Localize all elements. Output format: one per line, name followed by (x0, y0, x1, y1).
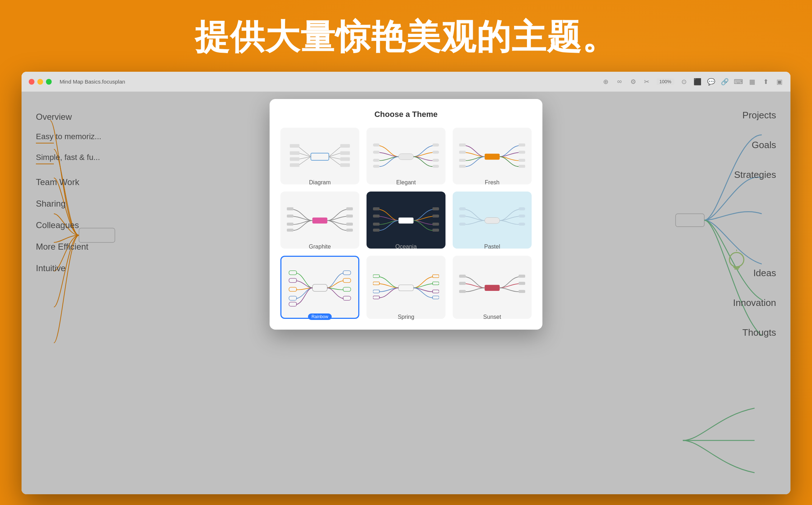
svg-rect-47 (346, 229, 353, 232)
theme-card-rainbow[interactable]: Rainbow (280, 256, 359, 319)
fresh-preview (459, 134, 525, 178)
svg-rect-63 (519, 223, 525, 226)
svg-rect-50 (373, 214, 379, 217)
svg-rect-68 (289, 296, 297, 300)
svg-rect-21 (398, 154, 414, 160)
svg-rect-58 (459, 207, 466, 210)
node-icon[interactable]: ⚙ (629, 78, 637, 86)
svg-rect-43 (287, 229, 293, 232)
theme-label-pastel: Pastel (459, 244, 525, 250)
svg-rect-82 (433, 296, 439, 299)
svg-rect-78 (373, 296, 379, 299)
pastel-preview (459, 198, 525, 242)
svg-rect-16 (340, 151, 350, 155)
svg-rect-12 (290, 163, 299, 167)
minimize-button[interactable] (37, 79, 43, 85)
theme-card-fresh[interactable]: Fresh (453, 128, 532, 184)
svg-rect-45 (346, 214, 353, 217)
svg-rect-76 (373, 282, 379, 285)
link-icon[interactable]: ∞ (616, 78, 624, 86)
theme-label-rainbow: Rainbow (287, 313, 353, 320)
svg-rect-72 (343, 287, 351, 292)
svg-rect-70 (343, 270, 351, 275)
theme-label-fresh: Fresh (459, 179, 525, 186)
toolbar-icons: ⊕ ∞ ⚙ ✂ 100% ⊙ ⬛ 💬 🔗 ⌨ ▦ ⬆ ▣ (602, 78, 783, 86)
svg-rect-57 (485, 218, 500, 224)
chain-icon[interactable]: 🔗 (721, 78, 729, 86)
scissors-icon[interactable]: ✂ (643, 78, 651, 86)
svg-rect-39 (312, 218, 327, 224)
theme-card-elegant[interactable]: Elegant (367, 128, 445, 184)
svg-rect-77 (373, 290, 379, 293)
theme-card-graphite[interactable]: Graphite (280, 192, 359, 248)
svg-rect-48 (398, 218, 414, 224)
theme-card-diagram[interactable]: Diagram (280, 128, 359, 184)
svg-rect-51 (373, 223, 379, 226)
svg-line-7 (299, 153, 311, 157)
svg-rect-71 (343, 278, 351, 283)
svg-rect-89 (519, 290, 525, 293)
svg-rect-6 (290, 144, 299, 148)
svg-rect-33 (459, 159, 466, 162)
svg-rect-66 (289, 278, 297, 283)
svg-rect-62 (519, 214, 525, 217)
theme-label-elegant: Elegant (373, 179, 439, 186)
modal-title: Choose a Theme (280, 110, 532, 119)
svg-rect-31 (459, 143, 466, 146)
title-bar: Mind Map Basics.focusplan ⊕ ∞ ⚙ ✂ 100% ⊙… (22, 72, 790, 92)
svg-rect-52 (373, 229, 379, 232)
maximize-button[interactable] (46, 79, 52, 85)
svg-rect-29 (433, 165, 439, 167)
theme-card-spring[interactable]: Spring (367, 256, 445, 319)
svg-rect-22 (373, 143, 379, 146)
svg-rect-40 (287, 207, 293, 210)
svg-rect-79 (433, 274, 439, 277)
svg-rect-4 (311, 153, 329, 160)
theme-card-oceania[interactable]: Oceania (367, 192, 445, 248)
svg-rect-83 (485, 285, 500, 291)
svg-rect-41 (287, 214, 293, 217)
theme-label-sunset: Sunset (459, 314, 525, 320)
svg-rect-10 (290, 157, 299, 161)
add-icon[interactable]: ⊕ (602, 78, 610, 86)
page-title: 提供大量惊艳美观的主题。 (0, 14, 812, 61)
svg-rect-14 (340, 144, 350, 148)
svg-rect-65 (289, 270, 297, 275)
svg-rect-59 (459, 214, 466, 217)
svg-rect-23 (373, 151, 379, 154)
zoom-in-icon[interactable]: ⊙ (680, 78, 688, 86)
theme-label-spring: Spring (373, 314, 439, 320)
panel-icon[interactable]: ▣ (775, 78, 783, 86)
svg-rect-81 (433, 290, 439, 293)
theme-card-sunset[interactable]: Sunset (453, 256, 532, 319)
svg-rect-69 (289, 302, 297, 306)
traffic-lights (29, 79, 52, 85)
svg-rect-37 (519, 159, 525, 162)
svg-rect-74 (398, 285, 414, 291)
image-icon[interactable]: ⬛ (694, 78, 701, 86)
theme-label-oceania: Oceania (373, 244, 439, 250)
modal-overlay[interactable]: Choose a Theme (22, 92, 790, 494)
svg-rect-54 (433, 214, 439, 217)
theme-card-pastel[interactable]: Pastel (453, 192, 532, 248)
svg-rect-49 (373, 207, 379, 210)
svg-rect-61 (519, 207, 525, 210)
rainbow-preview (287, 263, 353, 312)
zoom-level[interactable]: 100% (657, 78, 674, 85)
svg-rect-44 (346, 207, 353, 210)
svg-rect-60 (459, 223, 466, 226)
svg-line-15 (329, 153, 340, 157)
window-title: Mind Map Basics.focusplan (60, 79, 125, 85)
graphite-preview (287, 198, 353, 242)
keyboard-icon[interactable]: ⌨ (734, 78, 742, 86)
comment-icon[interactable]: 💬 (707, 78, 715, 86)
svg-rect-24 (373, 159, 379, 162)
share-icon[interactable]: ⬆ (762, 78, 770, 86)
svg-rect-84 (459, 274, 466, 277)
grid-icon[interactable]: ▦ (748, 78, 756, 86)
close-button[interactable] (29, 79, 34, 85)
svg-rect-8 (290, 151, 299, 155)
svg-rect-42 (287, 223, 293, 226)
svg-rect-86 (459, 290, 466, 293)
svg-rect-30 (485, 154, 500, 160)
